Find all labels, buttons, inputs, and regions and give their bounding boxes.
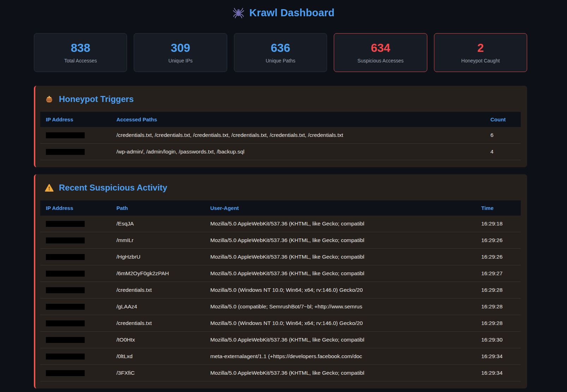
path-cell: /credentials.txt bbox=[111, 315, 205, 332]
table-row: /0ltLxd meta-externalagent/1.1 (+https:/… bbox=[40, 348, 521, 365]
dashboard-page: Krawl Dashboard 838 Total Accesses 309 U… bbox=[34, 0, 527, 388]
redacted-ip-bar bbox=[46, 271, 85, 277]
stat-label: Unique IPs bbox=[168, 58, 192, 64]
redacted-ip-bar bbox=[46, 354, 85, 360]
table-row: /credentials.txt, /credentials.txt, /cre… bbox=[40, 127, 521, 144]
redacted-ip-bar bbox=[46, 149, 85, 155]
ip-cell bbox=[40, 249, 111, 265]
stat-value: 838 bbox=[71, 42, 90, 54]
paths-cell: /wp-admin/, /admin/login, /passwords.txt… bbox=[111, 144, 485, 160]
user-agent-cell: Mozilla/5.0 AppleWebKit/537.36 (KHTML, l… bbox=[205, 249, 476, 265]
app-header: Krawl Dashboard bbox=[0, 0, 567, 20]
user-agent-cell: Mozilla/5.0 AppleWebKit/537.36 (KHTML, l… bbox=[205, 365, 476, 381]
table-row: /HgHzbrU Mozilla/5.0 AppleWebKit/537.36 … bbox=[40, 249, 521, 265]
user-agent-cell: Mozilla/5.0 AppleWebKit/537.36 (KHTML, l… bbox=[205, 232, 476, 249]
panel-title-text: Recent Suspicious Activity bbox=[59, 183, 167, 193]
honeypot-triggers-panel: Honeypot Triggers IP Address Accessed Pa… bbox=[34, 86, 527, 167]
stats-row: 838 Total Accesses 309 Unique IPs 636 Un… bbox=[34, 33, 527, 72]
user-agent-cell: Mozilla/5.0 AppleWebKit/537.36 (KHTML, l… bbox=[205, 332, 476, 348]
ip-cell bbox=[40, 348, 111, 365]
table-row: /wp-admin/, /admin/login, /passwords.txt… bbox=[40, 144, 521, 160]
ip-cell bbox=[40, 216, 111, 232]
col-header-count: Count bbox=[485, 112, 521, 127]
ip-cell bbox=[40, 144, 111, 160]
stat-label: Total Accesses bbox=[64, 58, 97, 64]
time-cell: 16:29:30 bbox=[476, 332, 521, 348]
ip-cell bbox=[40, 127, 111, 144]
redacted-ip-bar bbox=[46, 304, 85, 310]
stat-card-total-accesses: 838 Total Accesses bbox=[34, 33, 127, 72]
table-row: /credentials.txt Mozilla/5.0 (Windows NT… bbox=[40, 315, 521, 332]
user-agent-cell: Mozilla/5.0 (compatible; SemrushBot/7~bl… bbox=[205, 298, 476, 315]
table-row: /mmILr Mozilla/5.0 AppleWebKit/537.36 (K… bbox=[40, 232, 521, 249]
activity-table-header-row: IP Address Path User-Agent Time bbox=[40, 200, 521, 216]
ip-cell bbox=[40, 298, 111, 315]
stat-value: 634 bbox=[371, 42, 390, 54]
spider-icon bbox=[233, 7, 245, 19]
stat-value: 2 bbox=[477, 42, 484, 54]
suspicious-activity-panel: Recent Suspicious Activity IP Address Pa… bbox=[34, 174, 527, 388]
redacted-ip-bar bbox=[46, 254, 85, 260]
table-row: /6mM2OyF0gk2zPAH Mozilla/5.0 AppleWebKit… bbox=[40, 265, 521, 282]
redacted-ip-bar bbox=[46, 287, 85, 293]
ip-cell bbox=[40, 332, 111, 348]
redacted-ip-bar bbox=[46, 337, 85, 343]
path-cell: /HgHzbrU bbox=[111, 249, 205, 265]
col-header-time: Time bbox=[476, 200, 521, 216]
table-row: /credentials.txt Mozilla/5.0 (Windows NT… bbox=[40, 282, 521, 298]
user-agent-cell: meta-externalagent/1.1 (+https://develop… bbox=[205, 348, 476, 365]
stat-label: Unique Paths bbox=[266, 58, 295, 64]
stat-card-honeypot-caught: 2 Honeypot Caught bbox=[434, 33, 527, 72]
stat-card-suspicious-accesses: 634 Suspicious Accesses bbox=[334, 33, 427, 72]
time-cell: 16:29:34 bbox=[476, 348, 521, 365]
redacted-ip-bar bbox=[46, 320, 85, 326]
paths-cell: /credentials.txt, /credentials.txt, /cre… bbox=[111, 127, 485, 144]
page-title: Krawl Dashboard bbox=[249, 7, 335, 19]
time-cell: 16:29:27 bbox=[476, 265, 521, 282]
path-cell: /EsqJA bbox=[111, 216, 205, 232]
redacted-ip-bar bbox=[46, 221, 85, 227]
path-cell: /credentials.txt bbox=[111, 282, 205, 298]
stat-card-unique-paths: 636 Unique Paths bbox=[234, 33, 327, 72]
ip-cell bbox=[40, 282, 111, 298]
honeypot-table: IP Address Accessed Paths Count /credent… bbox=[40, 112, 521, 160]
activity-table: IP Address Path User-Agent Time /EsqJA M… bbox=[40, 200, 521, 381]
user-agent-cell: Mozilla/5.0 (Windows NT 10.0; Win64; x64… bbox=[205, 282, 476, 298]
time-cell: 16:29:28 bbox=[476, 315, 521, 332]
honeypot-table-header-row: IP Address Accessed Paths Count bbox=[40, 112, 521, 127]
table-row: /tO0Htx Mozilla/5.0 AppleWebKit/537.36 (… bbox=[40, 332, 521, 348]
path-cell: /tO0Htx bbox=[111, 332, 205, 348]
time-cell: 16:29:28 bbox=[476, 298, 521, 315]
time-cell: 16:29:26 bbox=[476, 232, 521, 249]
warning-icon bbox=[44, 183, 54, 193]
time-cell: 16:29:18 bbox=[476, 216, 521, 232]
path-cell: /mmILr bbox=[111, 232, 205, 249]
count-cell: 6 bbox=[485, 127, 521, 144]
time-cell: 16:29:26 bbox=[476, 249, 521, 265]
redacted-ip-bar bbox=[46, 132, 85, 138]
ip-cell bbox=[40, 265, 111, 282]
panel-title-text: Honeypot Triggers bbox=[59, 94, 134, 104]
user-agent-cell: Mozilla/5.0 AppleWebKit/537.36 (KHTML, l… bbox=[205, 265, 476, 282]
path-cell: /gLAAz4 bbox=[111, 298, 205, 315]
time-cell: 16:29:34 bbox=[476, 365, 521, 381]
col-header-accessed-paths: Accessed Paths bbox=[111, 112, 485, 127]
ip-cell bbox=[40, 365, 111, 381]
count-cell: 4 bbox=[485, 144, 521, 160]
stat-value: 309 bbox=[171, 42, 190, 54]
col-header-ip-address: IP Address bbox=[40, 112, 111, 127]
path-cell: /6mM2OyF0gk2zPAH bbox=[111, 265, 205, 282]
col-header-path: Path bbox=[111, 200, 205, 216]
redacted-ip-bar bbox=[46, 237, 85, 243]
path-cell: /0ltLxd bbox=[111, 348, 205, 365]
redacted-ip-bar bbox=[46, 370, 85, 376]
user-agent-cell: Mozilla/5.0 (Windows NT 10.0; Win64; x64… bbox=[205, 315, 476, 332]
honeypot-panel-title: Honeypot Triggers bbox=[44, 94, 521, 104]
stat-label: Suspicious Accesses bbox=[357, 58, 404, 64]
stat-label: Honeypot Caught bbox=[461, 58, 500, 64]
user-agent-cell: Mozilla/5.0 AppleWebKit/537.36 (KHTML, l… bbox=[205, 216, 476, 232]
stat-card-unique-ips: 309 Unique IPs bbox=[134, 33, 227, 72]
table-row: /3FXfiC Mozilla/5.0 AppleWebKit/537.36 (… bbox=[40, 365, 521, 381]
activity-panel-title: Recent Suspicious Activity bbox=[44, 183, 521, 193]
ip-cell bbox=[40, 232, 111, 249]
